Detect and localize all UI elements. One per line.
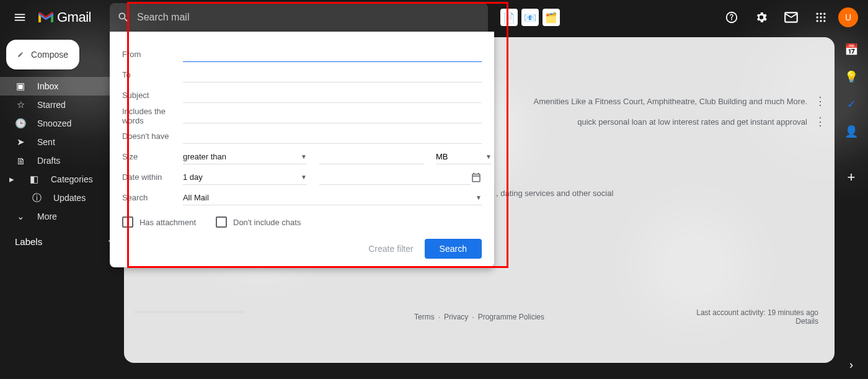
from-label: From — [122, 50, 183, 59]
doesnt-have-field[interactable] — [183, 129, 482, 144]
svg-point-1 — [820, 13, 822, 15]
clock-icon: 🕒 — [15, 118, 26, 129]
date-field[interactable] — [319, 170, 471, 185]
from-field[interactable] — [183, 47, 482, 62]
svg-point-8 — [823, 20, 825, 22]
search-button[interactable]: Search — [425, 239, 482, 259]
subject-label: Subject — [122, 91, 183, 100]
settings-icon[interactable] — [749, 5, 774, 30]
send-icon: ➤ — [15, 136, 26, 148]
terms-link[interactable]: Terms — [414, 313, 435, 321]
sidebar-item-updates[interactable]: ⓘ Updates — [0, 189, 118, 207]
sidebar: Compose ▣ Inbox ☆ Starred 🕒 Snoozed ➤ Se… — [0, 35, 124, 379]
extension-icon-3[interactable]: 🗂️ — [542, 9, 560, 26]
svg-point-6 — [817, 20, 818, 22]
compose-button[interactable]: Compose — [6, 40, 79, 69]
notifications-icon[interactable] — [779, 5, 804, 30]
includes-label: Includes the words — [122, 107, 183, 125]
header: Gmail From To Subject Includes th — [0, 0, 868, 35]
size-operator-select[interactable]: greater than▼ — [183, 149, 307, 164]
keep-addon-icon[interactable]: 💡 — [845, 71, 857, 83]
search-scope-select[interactable]: All Mail▼ — [183, 190, 482, 205]
details-link[interactable]: Details — [795, 317, 818, 326]
logo-text: Gmail — [57, 9, 91, 25]
contacts-addon-icon[interactable]: 👤 — [845, 125, 857, 138]
info-icon: ⓘ — [31, 192, 42, 204]
categories-icon: ◧ — [29, 174, 40, 185]
star-icon: ☆ — [15, 99, 26, 110]
sidebar-item-categories[interactable]: ▸ ◧ Categories — [0, 170, 118, 189]
svg-point-5 — [823, 16, 825, 18]
get-addons-button[interactable]: + — [845, 171, 857, 184]
chevron-down-icon: ▼ — [476, 194, 482, 201]
svg-point-7 — [820, 20, 822, 22]
compose-label: Compose — [31, 50, 68, 60]
search-scope-label: Search — [122, 193, 183, 202]
to-field[interactable] — [183, 68, 482, 82]
chevron-down-icon: ▼ — [301, 153, 307, 160]
has-attachment-label: Has attachment — [140, 218, 196, 227]
sidebar-item-more[interactable]: ⌄ More — [0, 207, 118, 226]
help-icon[interactable] — [719, 5, 744, 30]
sidebar-item-starred[interactable]: ☆ Starred — [0, 96, 118, 114]
chevron-right-icon: ▸ — [6, 174, 17, 185]
calendar-addon-icon[interactable]: 📅 — [845, 43, 857, 56]
extension-icon-2[interactable]: 📧 — [521, 9, 539, 26]
search-input[interactable] — [137, 12, 480, 23]
inbox-icon: ▣ — [15, 81, 26, 92]
more-icon[interactable]: ⋮ — [815, 94, 826, 108]
labels-heading: Labels — [15, 236, 42, 247]
svg-point-0 — [817, 13, 818, 15]
policies-link[interactable]: Programme Policies — [478, 313, 544, 321]
gmail-logo[interactable]: Gmail — [37, 9, 91, 25]
calendar-icon[interactable] — [471, 172, 482, 183]
search-icon — [117, 11, 130, 24]
main-menu-button[interactable] — [5, 2, 35, 32]
svg-point-4 — [820, 16, 822, 18]
privacy-link[interactable]: Privacy — [444, 313, 468, 321]
size-label: Size — [122, 152, 183, 161]
more-icon[interactable]: ⋮ — [815, 115, 826, 128]
doesnt-have-label: Doesn't have — [122, 132, 183, 141]
mail-row[interactable]: , dating services and other social — [496, 189, 613, 198]
size-value-field[interactable] — [319, 149, 423, 164]
tasks-addon-icon[interactable]: ✓ — [845, 98, 857, 110]
sidebar-item-inbox[interactable]: ▣ Inbox — [0, 77, 118, 96]
has-attachment-checkbox[interactable] — [122, 216, 133, 228]
advanced-search-panel: From To Subject Includes the words Doesn… — [110, 32, 494, 267]
includes-field[interactable] — [183, 109, 482, 123]
activity-text: Last account activity: 19 minutes ago — [696, 308, 818, 317]
date-within-label: Date within — [122, 172, 183, 182]
account-avatar[interactable]: U — [838, 7, 858, 27]
mail-row[interactable]: Amenities Like a Fitness Court, Amphithe… — [534, 94, 826, 108]
date-range-select[interactable]: 1 day▼ — [183, 170, 307, 185]
collapse-panel-button[interactable]: › — [849, 359, 853, 372]
exclude-chats-label: Don't include chats — [233, 218, 301, 227]
chevron-down-icon: ▼ — [485, 153, 492, 160]
extension-icon-1[interactable]: 📄 — [500, 9, 518, 26]
svg-point-2 — [823, 13, 825, 15]
chevron-down-icon: ▼ — [301, 174, 307, 181]
chevron-down-icon: ⌄ — [15, 211, 26, 222]
size-unit-select[interactable]: MB▼ — [436, 149, 492, 164]
search-bar[interactable] — [110, 3, 488, 32]
svg-point-3 — [817, 16, 818, 18]
subject-field[interactable] — [183, 88, 482, 103]
side-panel: 📅 💡 ✓ 👤 + › — [835, 35, 868, 379]
sidebar-item-snoozed[interactable]: 🕒 Snoozed — [0, 114, 118, 133]
mail-row[interactable]: quick personal loan at low interest rate… — [577, 115, 826, 128]
exclude-chats-checkbox[interactable] — [216, 216, 227, 228]
to-label: To — [122, 70, 183, 79]
draft-icon: 🗎 — [15, 156, 26, 166]
sidebar-item-sent[interactable]: ➤ Sent — [0, 133, 118, 151]
apps-icon[interactable] — [808, 5, 833, 30]
extension-icons: 📄 📧 🗂️ — [500, 9, 560, 26]
sidebar-item-drafts[interactable]: 🗎 Drafts — [0, 151, 118, 170]
create-filter-button[interactable]: Create filter — [368, 244, 413, 254]
